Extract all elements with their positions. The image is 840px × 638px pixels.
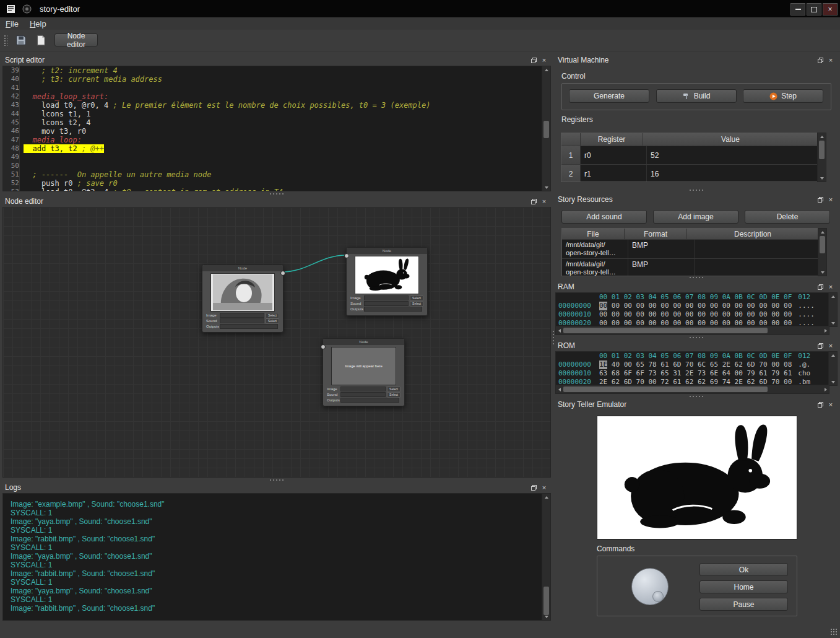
close-panel-icon[interactable]: × bbox=[826, 341, 835, 350]
float-panel-icon[interactable] bbox=[529, 197, 538, 206]
log-output[interactable]: Image: "example.bmp" , Sound: "choose1.s… bbox=[2, 493, 543, 621]
select-sound-button[interactable]: Select bbox=[387, 392, 401, 398]
vertical-scrollbar[interactable] bbox=[542, 66, 551, 191]
image-field[interactable] bbox=[364, 295, 409, 300]
hex-row[interactable]: 0000001063 68 6F 6F 73 65 31 2E 73 6E 64… bbox=[556, 369, 829, 378]
scroll-up-icon[interactable] bbox=[542, 66, 550, 73]
scroll-up-icon[interactable] bbox=[829, 293, 837, 300]
register-name-cell[interactable]: r1 bbox=[581, 165, 647, 182]
scroll-down-icon[interactable] bbox=[542, 184, 550, 191]
scrollbar-handle[interactable] bbox=[819, 141, 825, 159]
hex-row[interactable]: 0000000000 00 00 00 00 00 00 00 00 00 00… bbox=[556, 302, 829, 310]
table-row[interactable]: /mnt/data/git/ open-story-tell… BMP bbox=[562, 240, 818, 259]
float-panel-icon[interactable] bbox=[816, 56, 825, 64]
register-value-cell[interactable]: 16 bbox=[647, 165, 818, 182]
format-cell[interactable]: BMP bbox=[628, 240, 695, 258]
column-register[interactable]: Register bbox=[581, 133, 643, 146]
outputs-field[interactable] bbox=[364, 307, 422, 312]
code-line[interactable]: 39 ; t2: increment 4 bbox=[3, 66, 542, 75]
float-panel-icon[interactable] bbox=[816, 282, 825, 291]
code-line[interactable]: 51 ; ------ On appelle un autre media no… bbox=[3, 170, 542, 179]
add-image-button[interactable]: Add image bbox=[653, 210, 738, 224]
horizontal-scrollbar[interactable] bbox=[555, 326, 829, 335]
ok-button[interactable]: Ok bbox=[699, 563, 788, 576]
add-sound-button[interactable]: Add sound bbox=[561, 210, 647, 224]
scroll-left-icon[interactable] bbox=[556, 326, 563, 334]
code-line[interactable]: 47 media_loop: bbox=[3, 136, 542, 144]
hex-row[interactable]: 0000001000 00 00 00 00 00 00 00 00 00 00… bbox=[556, 310, 829, 319]
code-line-highlighted[interactable]: 48 add t3, t2 ; @++ bbox=[3, 144, 542, 153]
float-panel-icon[interactable] bbox=[816, 400, 825, 409]
column-value[interactable]: Value bbox=[643, 133, 818, 146]
home-button[interactable]: Home bbox=[699, 580, 788, 593]
format-cell[interactable]: BMP bbox=[628, 259, 695, 276]
scrollbar-handle[interactable] bbox=[543, 121, 549, 138]
scroll-left-icon[interactable] bbox=[556, 385, 563, 393]
code-line[interactable]: 43 load t0, @r0, 4 ; Le premier élément … bbox=[3, 101, 542, 110]
float-panel-icon[interactable] bbox=[529, 483, 538, 492]
splitter-node-logs[interactable] bbox=[2, 478, 551, 482]
maximize-button[interactable] bbox=[807, 3, 821, 15]
code-line[interactable]: 44 lcons t1, 1 bbox=[3, 110, 542, 118]
media-node-a[interactable]: Node ImageSelect SoundSelect Outputs bbox=[202, 264, 284, 333]
vertical-scrollbar[interactable] bbox=[542, 493, 551, 621]
scrollbar-handle[interactable] bbox=[563, 387, 768, 392]
output-port[interactable] bbox=[280, 271, 285, 276]
input-port[interactable] bbox=[344, 253, 349, 258]
close-panel-icon[interactable]: × bbox=[540, 483, 548, 492]
sound-field[interactable] bbox=[364, 301, 409, 306]
splitter-vm-resources[interactable] bbox=[555, 188, 838, 193]
code-line[interactable]: 50 bbox=[3, 162, 542, 170]
close-panel-icon[interactable]: × bbox=[540, 197, 548, 206]
code-line[interactable]: 46 mov t3, r0 bbox=[3, 127, 542, 136]
register-name-cell[interactable]: r0 bbox=[581, 146, 647, 164]
splitter-left-right[interactable] bbox=[551, 55, 555, 621]
scroll-down-icon[interactable] bbox=[542, 613, 550, 620]
toolbar-grip[interactable] bbox=[4, 35, 7, 46]
outputs-field[interactable] bbox=[220, 324, 278, 329]
media-node-c[interactable]: Node Image will appear here ImageSelect … bbox=[323, 338, 405, 406]
scroll-up-icon[interactable] bbox=[829, 352, 837, 359]
float-panel-icon[interactable] bbox=[816, 341, 825, 350]
code-line[interactable]: 49 bbox=[3, 153, 542, 162]
code-line[interactable]: 41 bbox=[3, 84, 542, 92]
vertical-scrollbar[interactable] bbox=[828, 292, 838, 327]
selected-byte[interactable]: 1E bbox=[599, 361, 607, 369]
column-format[interactable]: Format bbox=[625, 229, 687, 239]
close-panel-icon[interactable]: × bbox=[826, 56, 835, 64]
splitter-script-node[interactable] bbox=[2, 191, 551, 196]
close-panel-icon[interactable]: × bbox=[826, 282, 835, 291]
menu-help[interactable]: Help bbox=[24, 17, 52, 30]
horizontal-scrollbar[interactable] bbox=[555, 385, 829, 394]
sound-field[interactable] bbox=[220, 318, 264, 323]
scroll-down-icon[interactable] bbox=[829, 378, 837, 385]
select-sound-button[interactable]: Select bbox=[410, 301, 423, 307]
scroll-up-icon[interactable] bbox=[818, 229, 826, 235]
table-row[interactable]: 1 r0 52 bbox=[561, 146, 818, 165]
image-field[interactable] bbox=[340, 387, 386, 391]
save-icon[interactable] bbox=[14, 33, 28, 48]
scrollbar-handle[interactable] bbox=[563, 328, 768, 333]
splitter-resources-ram[interactable] bbox=[555, 275, 838, 280]
scroll-down-icon[interactable] bbox=[829, 320, 837, 326]
close-panel-icon[interactable]: × bbox=[826, 400, 835, 409]
registers-table[interactable]: Register Value 1 r0 52 2 r1 16 bbox=[561, 133, 818, 182]
node-canvas[interactable]: Node ImageSelect SoundSelect Outputs Nod… bbox=[2, 207, 551, 478]
code-line[interactable]: 42 media_loop_start: bbox=[3, 92, 542, 101]
column-description[interactable]: Description bbox=[687, 229, 818, 239]
node-editor-toggle-button[interactable]: Node editor bbox=[54, 33, 98, 46]
generate-button[interactable]: Generate bbox=[569, 89, 649, 103]
float-panel-icon[interactable] bbox=[529, 56, 538, 64]
new-file-icon[interactable] bbox=[33, 33, 48, 48]
column-file[interactable]: File bbox=[562, 229, 625, 239]
window-resize-grip[interactable] bbox=[830, 628, 838, 636]
description-cell[interactable] bbox=[695, 259, 818, 276]
scroll-down-icon[interactable] bbox=[818, 175, 826, 181]
select-image-button[interactable]: Select bbox=[266, 313, 279, 318]
scroll-up-icon[interactable] bbox=[818, 133, 826, 140]
hex-row[interactable]: 000000001E 40 00 65 78 61 6D 70 6C 65 2E… bbox=[556, 361, 829, 369]
rotary-knob[interactable] bbox=[631, 568, 669, 605]
vertical-scrollbar[interactable] bbox=[818, 228, 827, 276]
sound-field[interactable] bbox=[340, 392, 386, 397]
rom-hex-editor[interactable]: 00 01 02 03 04 05 06 07 08 09 0A 0B 0C 0… bbox=[555, 351, 829, 386]
